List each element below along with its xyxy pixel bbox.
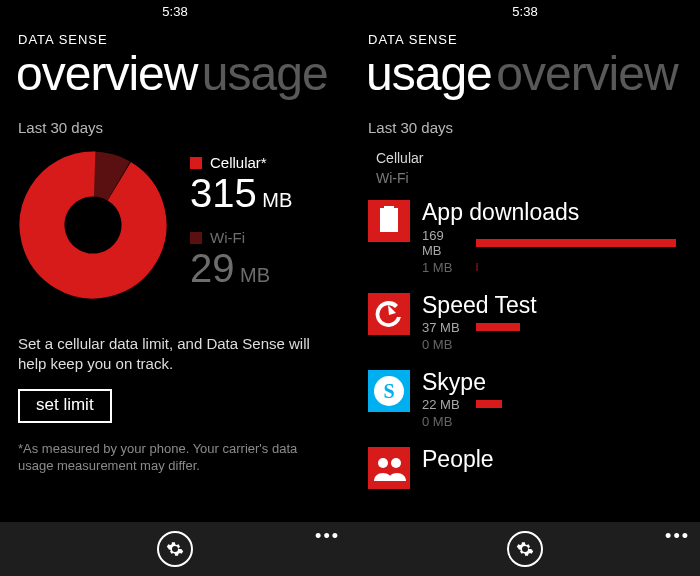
tab-usage[interactable]: usage xyxy=(366,49,492,100)
app-bar: ••• xyxy=(0,522,350,576)
cellular-usage: 22 MB xyxy=(422,397,466,412)
cellular-bar xyxy=(476,323,520,331)
cellular-unit: MB xyxy=(257,189,293,211)
clock: 5:38 xyxy=(162,4,187,19)
usage-donut-chart xyxy=(18,150,168,300)
app-title: DATA SENSE xyxy=(350,22,700,49)
svg-rect-9 xyxy=(368,447,410,489)
app-icon xyxy=(368,293,410,335)
pivot-tabs[interactable]: usage overview xyxy=(350,49,700,107)
wifi-bar xyxy=(476,263,478,271)
app-bar: ••• xyxy=(350,522,700,576)
status-bar: 5:38 xyxy=(0,0,350,22)
content-overview: Last 30 days Cellular* 315 MB Wi-Fi 29 M… xyxy=(0,107,350,522)
settings-button[interactable] xyxy=(507,531,543,567)
more-button[interactable]: ••• xyxy=(315,526,340,547)
cellular-label: Cellular* xyxy=(210,154,267,171)
app-name: People xyxy=(422,447,682,471)
svg-point-1 xyxy=(23,155,163,295)
app-usage-item[interactable]: SSkype22 MB0 MB xyxy=(368,370,682,429)
cellular-usage: 169 MB xyxy=(422,228,466,258)
gear-icon xyxy=(516,540,534,558)
settings-button[interactable] xyxy=(157,531,193,567)
svg-rect-3 xyxy=(380,208,398,232)
wifi-usage: 0 MB xyxy=(422,337,466,352)
wifi-value: 29 xyxy=(190,246,235,290)
wifi-unit: MB xyxy=(235,264,271,286)
app-title: DATA SENSE xyxy=(0,22,350,49)
phone-overview: 5:38 DATA SENSE overview usage Last 30 d… xyxy=(0,0,350,576)
app-icon xyxy=(368,447,410,489)
set-limit-button[interactable]: set limit xyxy=(18,389,112,423)
app-name: Speed Test xyxy=(422,293,682,317)
more-button[interactable]: ••• xyxy=(665,526,690,547)
wifi-usage: 0 MB xyxy=(422,414,466,429)
svg-point-10 xyxy=(378,458,388,468)
legend-wifi-label: Wi-Fi xyxy=(376,170,409,186)
cellular-usage: 37 MB xyxy=(422,320,466,335)
usage-legend: Cellular Wi-Fi xyxy=(368,150,682,186)
tab-usage[interactable]: usage xyxy=(202,49,328,100)
period-label: Last 30 days xyxy=(18,119,332,136)
wifi-usage: 1 MB xyxy=(422,260,466,275)
app-usage-item[interactable]: Speed Test37 MB0 MB xyxy=(368,293,682,352)
cellular-bar xyxy=(476,400,502,408)
gear-icon xyxy=(166,540,184,558)
app-usage-list: App downloads169 MB1 MBSpeed Test37 MB0 … xyxy=(368,200,682,488)
pivot-tabs[interactable]: overview usage xyxy=(0,49,350,107)
app-name: App downloads xyxy=(422,200,682,224)
app-usage-item[interactable]: App downloads169 MB1 MB xyxy=(368,200,682,274)
cellular-bar xyxy=(476,239,676,247)
app-icon xyxy=(368,200,410,242)
svg-text:S: S xyxy=(383,380,394,402)
phone-usage: 5:38 DATA SENSE usage overview Last 30 d… xyxy=(350,0,700,576)
svg-rect-4 xyxy=(384,206,394,210)
tab-overview[interactable]: overview xyxy=(16,49,197,100)
legend-wifi: Wi-Fi 29 MB xyxy=(190,229,292,288)
tab-overview[interactable]: overview xyxy=(496,49,677,100)
wifi-label: Wi-Fi xyxy=(210,229,245,246)
status-bar: 5:38 xyxy=(350,0,700,22)
app-icon: S xyxy=(368,370,410,412)
period-label: Last 30 days xyxy=(368,119,682,136)
tip-text: Set a cellular data limit, and Data Sens… xyxy=(18,334,332,373)
content-usage: Last 30 days Cellular Wi-Fi App download… xyxy=(350,107,700,522)
swatch-cellular-icon xyxy=(190,157,202,169)
legend-cellular: Cellular* 315 MB xyxy=(190,154,292,213)
clock: 5:38 xyxy=(512,4,537,19)
footnote: *As measured by your phone. Your carrier… xyxy=(18,441,332,475)
cellular-value: 315 xyxy=(190,171,257,215)
app-usage-item[interactable]: People xyxy=(368,447,682,489)
swatch-wifi-icon xyxy=(190,232,202,244)
app-name: Skype xyxy=(422,370,682,394)
svg-point-11 xyxy=(391,458,401,468)
legend-cellular-label: Cellular xyxy=(376,150,423,166)
